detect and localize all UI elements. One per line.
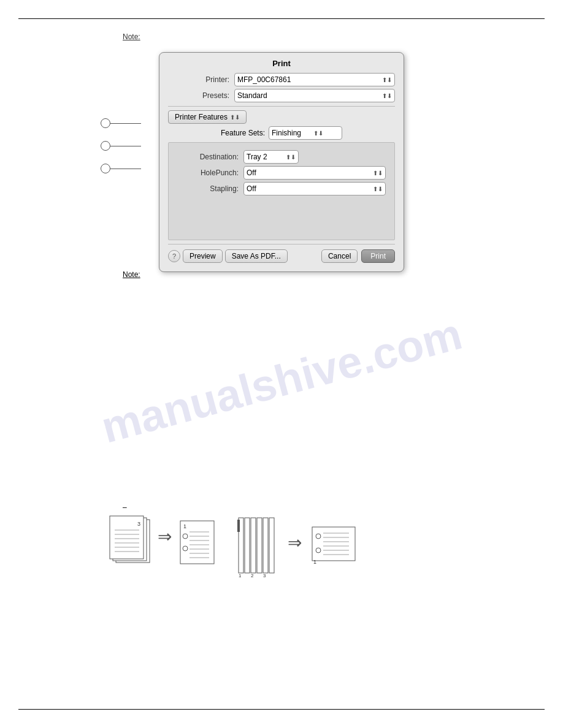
section3-note: – [123, 503, 127, 512]
svg-text:1: 1 [183, 523, 186, 529]
watermark: manualshive.com [63, 299, 501, 461]
diagrams-svg: 3 ⇒ 1 1 2 3 [104, 515, 459, 594]
printer-value: MFP_00C67861 [237, 75, 291, 84]
section2-note: Note: [123, 270, 140, 279]
destination-row: Destination: Tray 2 ⬆⬇ [177, 150, 386, 164]
print-button[interactable]: Print [361, 249, 395, 263]
feature-sets-row: Feature Sets: Finishing ⬆⬇ [168, 126, 395, 140]
holepunch-label: HolePunch: [177, 169, 239, 177]
svg-text:⇒: ⇒ [288, 533, 302, 552]
save-pdf-button[interactable]: Save As PDF... [225, 249, 288, 263]
separator2 [168, 244, 395, 245]
svg-text:⇒: ⇒ [158, 527, 172, 546]
stapling-select[interactable]: Off ⬆⬇ [243, 182, 386, 195]
printer-features-row: Printer Features ⬆⬇ [168, 110, 395, 124]
presets-label: Presets: [168, 91, 229, 100]
callout-line-holepunch [110, 146, 141, 146]
svg-text:2: 2 [251, 573, 254, 578]
svg-rect-26 [263, 518, 268, 573]
feature-sets-label: Feature Sets: [221, 129, 265, 137]
preview-button[interactable]: Preview [183, 249, 223, 263]
top-rule [18, 18, 545, 19]
svg-text:1: 1 [239, 573, 242, 578]
svg-rect-25 [257, 518, 262, 573]
callout-circle-holepunch [101, 141, 110, 151]
printer-arrow: ⬆⬇ [382, 77, 392, 83]
stapling-value: Off [247, 184, 256, 193]
svg-text:3: 3 [263, 573, 266, 578]
svg-rect-31 [237, 520, 240, 532]
presets-select[interactable]: Standard ⬆⬇ [234, 89, 395, 102]
callout-circle-destination [101, 118, 110, 128]
svg-text:1: 1 [313, 559, 316, 565]
svg-rect-23 [245, 518, 250, 573]
destination-select[interactable]: Tray 2 ⬆⬇ [243, 150, 299, 164]
stapling-row: Stapling: Off ⬆⬇ [177, 182, 386, 195]
presets-arrow: ⬆⬇ [382, 93, 392, 99]
pf-arrow: ⬆⬇ [230, 114, 240, 121]
stapling-arrow: ⬆⬇ [373, 186, 383, 192]
print-dialog: Print Printer: MFP_00C67861 ⬆⬇ Presets: … [159, 52, 404, 272]
feature-sets-arrow: ⬆⬇ [313, 130, 323, 137]
printer-features-label: Printer Features [175, 113, 228, 121]
printer-select[interactable]: MFP_00C67861 ⬆⬇ [234, 73, 395, 86]
holepunch-select[interactable]: Off ⬆⬇ [243, 166, 386, 180]
feature-sets-select[interactable]: Finishing ⬆⬇ [269, 126, 342, 140]
separator1 [168, 106, 395, 107]
svg-rect-24 [251, 518, 256, 573]
dialog-title: Print [159, 59, 404, 68]
holepunch-value: Off [247, 169, 256, 177]
destination-label: Destination: [177, 153, 239, 161]
printer-row: Printer: MFP_00C67861 ⬆⬇ [168, 73, 395, 86]
svg-text:3: 3 [137, 521, 140, 527]
presets-row: Presets: Standard ⬆⬇ [168, 89, 395, 102]
dialog-buttons: ? Preview Save As PDF... Cancel Print [168, 249, 395, 263]
svg-rect-27 [269, 518, 274, 573]
holepunch-row: HolePunch: Off ⬆⬇ [177, 166, 386, 180]
section1-note: Note: [123, 32, 140, 41]
presets-value: Standard [237, 91, 267, 100]
svg-rect-33 [312, 527, 355, 561]
feature-sets-value: Finishing [272, 129, 301, 137]
printer-features-button[interactable]: Printer Features ⬆⬇ [168, 110, 247, 124]
help-button[interactable]: ? [168, 250, 180, 262]
holepunch-arrow: ⬆⬇ [373, 170, 383, 176]
stapling-label: Stapling: [177, 184, 239, 193]
printer-label: Printer: [168, 75, 229, 84]
callout-line-destination [110, 123, 141, 124]
callout-circle-stapling [101, 164, 110, 173]
cancel-button[interactable]: Cancel [321, 249, 358, 263]
bottom-rule [18, 709, 545, 710]
content-area: Destination: Tray 2 ⬆⬇ HolePunch: Off ⬆⬇ [168, 142, 395, 240]
destination-arrow: ⬆⬇ [286, 154, 296, 161]
destination-value: Tray 2 [247, 153, 267, 161]
callout-line-stapling [110, 169, 141, 169]
